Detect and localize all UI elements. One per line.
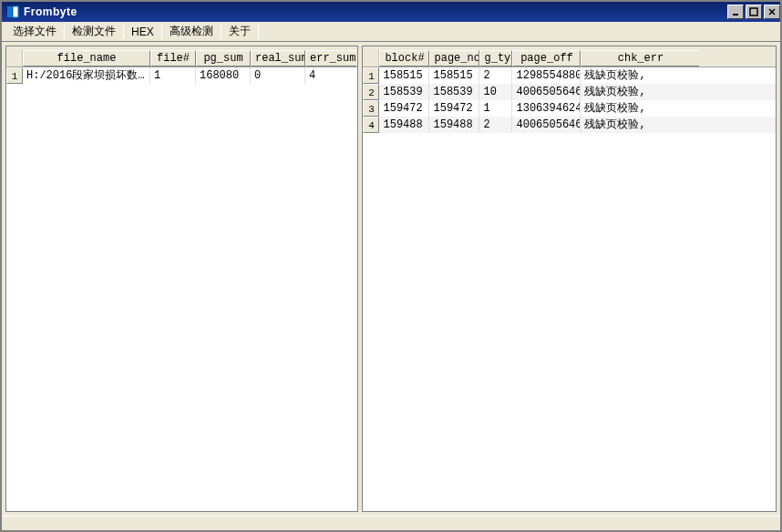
row-number: 2 — [363, 84, 379, 100]
app-icon — [5, 5, 20, 19]
table-row[interactable]: 4 159488 159488 2 4006505646 残缺页校验, — [363, 117, 776, 133]
col-g-typ[interactable]: g_typ — [479, 50, 512, 66]
maximize-button[interactable] — [746, 5, 762, 19]
menu-hex[interactable]: HEX — [124, 24, 161, 40]
col-page-no[interactable]: page_no — [429, 50, 479, 66]
title-bar[interactable]: Frombyte — [2, 2, 780, 22]
cell-real-sum: 0 — [251, 67, 305, 84]
table-row[interactable]: 2 158539 158539 10 4006505646 残缺页校验, — [363, 84, 776, 100]
svg-rect-3 — [750, 8, 757, 15]
col-pg-sum[interactable]: pg_sum — [196, 50, 251, 66]
menu-adv-check[interactable]: 高级检测 — [162, 22, 221, 41]
svg-rect-0 — [7, 6, 12, 17]
row-number: 1 — [363, 67, 379, 84]
row-number: 4 — [363, 117, 379, 133]
window-title: Frombyte — [24, 5, 77, 18]
menu-about[interactable]: 关于 — [221, 22, 258, 41]
table-row[interactable]: 1 H:/2016段家坝损坏数… 1 168080 0 4 — [6, 67, 357, 84]
files-table-body: 1 H:/2016段家坝损坏数… 1 168080 0 4 — [6, 67, 357, 511]
status-bar — [2, 516, 780, 530]
window-controls — [725, 5, 780, 19]
col-err-sum[interactable]: err_sum — [305, 50, 356, 66]
col-file-name[interactable]: file_name — [23, 50, 150, 66]
col-block[interactable]: block# — [379, 50, 429, 66]
errors-panel: block# page_no g_typ page_off chk_err 1 … — [362, 46, 777, 512]
files-table-header: file_name file# pg_sum real_sum err_sum — [6, 46, 357, 67]
app-window: Frombyte 选择文件 检测文件 HEX 高级检测 关于 file_name… — [0, 0, 782, 532]
col-page-off[interactable]: page_off — [512, 50, 581, 66]
cell-err-sum: 4 — [305, 67, 356, 84]
row-number: 1 — [6, 67, 23, 84]
cell-file-name: H:/2016段家坝损坏数… — [23, 67, 150, 84]
col-real-sum[interactable]: real_sum — [251, 50, 305, 66]
menu-select-file[interactable]: 选择文件 — [5, 22, 64, 41]
col-file-num[interactable]: file# — [150, 50, 196, 66]
menu-check-file[interactable]: 检测文件 — [65, 22, 123, 41]
files-panel: file_name file# pg_sum real_sum err_sum … — [5, 46, 358, 512]
content-area: file_name file# pg_sum real_sum err_sum … — [2, 42, 780, 516]
close-button[interactable] — [764, 5, 780, 19]
errors-table-header: block# page_no g_typ page_off chk_err — [363, 46, 776, 67]
svg-rect-1 — [13, 6, 18, 17]
table-row[interactable]: 1 158515 158515 2 1298554880 残缺页校验, — [363, 67, 776, 84]
col-chk-err[interactable]: chk_err — [581, 50, 699, 66]
cell-file-num: 1 — [150, 67, 196, 84]
row-number: 3 — [363, 100, 379, 117]
menu-bar: 选择文件 检测文件 HEX 高级检测 关于 — [2, 22, 780, 42]
errors-table-body: 1 158515 158515 2 1298554880 残缺页校验, 2 15… — [363, 67, 776, 511]
table-row[interactable]: 3 159472 159472 1 1306394624 残缺页校验, — [363, 100, 776, 117]
cell-pg-sum: 168080 — [196, 67, 251, 84]
minimize-button[interactable] — [727, 5, 744, 19]
